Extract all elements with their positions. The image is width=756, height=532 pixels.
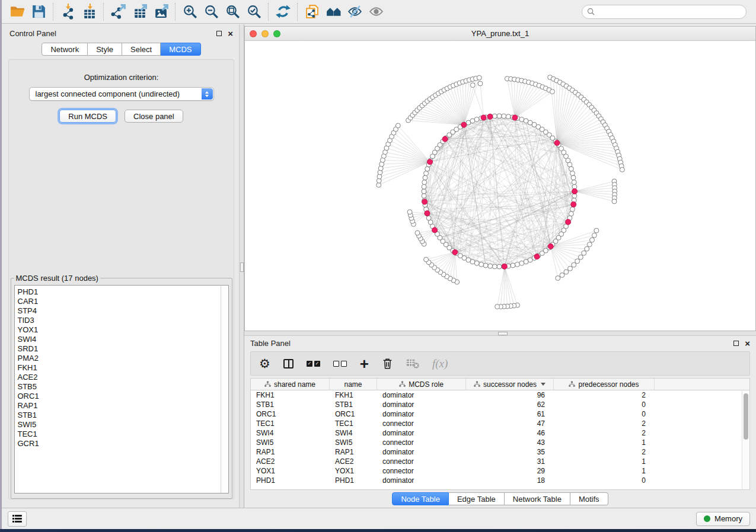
table-float-icon[interactable] [733, 341, 739, 346]
mcds-result-item[interactable]: RAP1 [18, 401, 228, 411]
cell-MCDS-role: dominator [377, 391, 466, 399]
table-scrollbar[interactable] [742, 391, 749, 489]
mcds-result-item[interactable]: FKH1 [18, 363, 228, 373]
zoom-fit-button[interactable] [222, 2, 243, 22]
cell-shared-name: ACE2 [251, 457, 330, 466]
first-neighbors-button[interactable] [323, 2, 344, 22]
mcds-result-item[interactable]: STB1 [18, 411, 228, 420]
duplicate-network-button[interactable] [301, 2, 323, 22]
search-box[interactable] [582, 5, 747, 19]
zoom-selected-icon [246, 4, 262, 20]
criterion-select[interactable]: largest connected component (undirected) [29, 87, 214, 101]
show-all-button[interactable] [365, 2, 387, 22]
mcds-result-item[interactable]: YOX1 [18, 325, 228, 335]
delete-column-button[interactable] [382, 357, 393, 370]
mcds-result-title: MCDS result (17 nodes) [14, 274, 100, 283]
mcds-result-item[interactable]: SWI4 [18, 335, 228, 344]
column-label: name [344, 380, 362, 389]
cell-predecessor-nodes: 0 [554, 410, 655, 418]
tab-network[interactable]: Network [42, 43, 88, 56]
vertical-splitter-grip[interactable] [240, 262, 244, 272]
cell-predecessor-nodes: 1 [554, 438, 655, 447]
search-input[interactable] [598, 8, 741, 16]
mcds-result-item[interactable]: TEC1 [18, 430, 228, 439]
column-layout-button[interactable] [283, 359, 294, 368]
close-panel-icon[interactable]: × [228, 31, 233, 36]
network-canvas[interactable] [245, 41, 755, 331]
vertical-splitter[interactable] [239, 24, 244, 508]
table-scrollbar-thumb[interactable] [744, 393, 748, 440]
tab-select[interactable]: Select [122, 43, 161, 56]
import-network-button[interactable] [57, 2, 78, 22]
cell-name: STB1 [330, 400, 377, 409]
table-row-TEC1[interactable]: TEC1TEC1connector472 [251, 419, 749, 428]
horizontal-splitter[interactable] [244, 331, 756, 336]
cell-MCDS-role: dominator [377, 429, 466, 437]
tab-mcds[interactable]: MCDS [161, 43, 200, 56]
mcds-result-item[interactable]: PHD1 [18, 287, 228, 297]
cell-successor-nodes: 62 [466, 400, 554, 409]
zoom-in-icon [182, 4, 198, 20]
zoom-out-button[interactable] [200, 2, 222, 22]
export-image-button[interactable] [150, 2, 171, 22]
column-header-shared-name[interactable]: shared name [251, 379, 330, 390]
mcds-result-fieldset: MCDS result (17 nodes) PHD1CAR1STP4TID3Y… [11, 274, 232, 499]
table-row-SWI5[interactable]: SWI5SWI5connector431 [251, 438, 749, 447]
refresh-view-icon [275, 4, 291, 20]
table-row-SWI4[interactable]: SWI4SWI4dominator462 [251, 428, 749, 438]
status-bar: Memory [2, 508, 756, 529]
export-table-button[interactable] [129, 2, 150, 22]
mcds-result-item[interactable]: ACE2 [18, 373, 228, 382]
select-all-columns-button[interactable]: ✓✓ [307, 361, 320, 367]
table-row-YOX1[interactable]: YOX1YOX1connector291 [251, 466, 749, 476]
tab-node-table[interactable]: Node Table [392, 492, 449, 505]
hide-selected-button[interactable] [344, 2, 365, 22]
column-header-predecessor-nodes[interactable]: predecessor nodes [554, 379, 655, 390]
column-header-name[interactable]: name [330, 379, 377, 390]
import-table-button[interactable] [78, 2, 100, 22]
new-column-button[interactable]: + [360, 358, 369, 370]
table-row-RAP1[interactable]: RAP1RAP1dominator352 [251, 447, 749, 457]
table-row-ORC1[interactable]: ORC1ORC1dominator610 [251, 409, 749, 419]
horizontal-splitter-grip[interactable] [498, 332, 508, 335]
mcds-result-item[interactable]: CAR1 [18, 297, 228, 306]
refresh-view-button[interactable] [272, 2, 294, 22]
cell-shared-name: RAP1 [251, 448, 330, 456]
run-mcds-button[interactable]: Run MCDS [59, 110, 116, 123]
mcds-result-list[interactable]: PHD1CAR1STP4TID3YOX1SWI4SRD1PMA2FKH1ACE2… [14, 285, 229, 493]
close-panel-button[interactable]: Close panel [125, 110, 183, 123]
unselect-all-columns-button[interactable] [333, 361, 347, 367]
show-task-history-button[interactable] [8, 511, 27, 527]
mcds-result-item[interactable]: STP4 [18, 306, 228, 316]
column-header-successor-nodes[interactable]: successor nodes [466, 379, 554, 390]
mcds-result-item[interactable]: ORC1 [18, 392, 228, 401]
table-row-ACE2[interactable]: ACE2ACE2connector311 [251, 457, 749, 466]
main-area: Control Panel × NetworkStyleSelectMCDS O… [2, 24, 756, 508]
cell-shared-name: YOX1 [251, 467, 330, 475]
attribute-settings-button[interactable]: ⚙ [259, 358, 270, 370]
tab-edge-table[interactable]: Edge Table [449, 492, 505, 505]
table-row-STB1[interactable]: STB1STB1dominator620 [251, 400, 749, 409]
memory-button[interactable]: Memory [696, 512, 750, 526]
tab-motifs[interactable]: Motifs [570, 492, 608, 505]
mcds-result-item[interactable]: PMA2 [18, 354, 228, 363]
mcds-result-item[interactable]: GCR1 [18, 439, 228, 448]
zoom-in-button[interactable] [179, 2, 200, 22]
mcds-result-item[interactable]: TID3 [18, 316, 228, 325]
table-close-icon[interactable]: × [745, 341, 750, 346]
tab-network-table[interactable]: Network Table [505, 492, 570, 505]
network-graph[interactable] [245, 41, 755, 331]
tab-style[interactable]: Style [88, 43, 122, 56]
column-header-MCDS-role[interactable]: MCDS role [377, 379, 466, 390]
export-network-button[interactable] [107, 2, 129, 22]
mcds-result-item[interactable]: SWI5 [18, 420, 228, 430]
table-row-FKH1[interactable]: FKH1FKH1dominator962 [251, 390, 749, 400]
table-row-PHD1[interactable]: PHD1PHD1dominator180 [251, 476, 749, 485]
mcds-result-item[interactable]: SRD1 [18, 344, 228, 354]
mcds-result-item[interactable]: STB5 [18, 382, 228, 392]
mcds-list-scrollbar[interactable] [221, 286, 228, 493]
save-session-button[interactable] [28, 2, 49, 22]
zoom-selected-button[interactable] [243, 2, 264, 22]
open-session-button[interactable] [7, 2, 28, 22]
float-panel-icon[interactable] [216, 31, 222, 36]
